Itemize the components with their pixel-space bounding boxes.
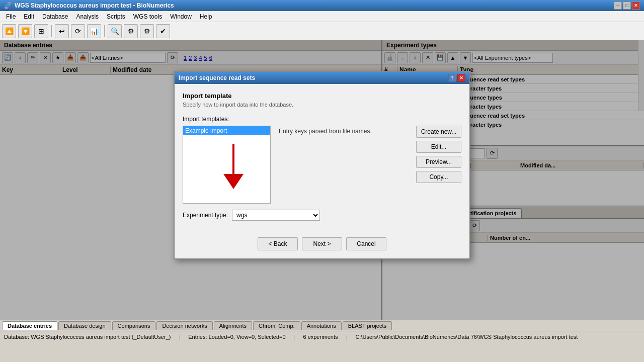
status-text-3: 6 experiments [303, 334, 338, 340]
next-button[interactable]: Next > [302, 237, 342, 250]
modal-section-desc: Specify how to import data into the data… [183, 102, 461, 108]
red-arrow-svg [213, 141, 254, 192]
app-icon: 🧬 [4, 2, 12, 9]
svg-marker-1 [223, 174, 244, 189]
modal-help-button[interactable]: ? [448, 74, 456, 82]
modal-footer: < Back Next > Cancel [175, 233, 469, 258]
toolbar-btn-7[interactable]: ⚙ [124, 24, 138, 38]
tab-chrom-comp[interactable]: Chrom. Comp. [253, 321, 300, 330]
template-action-buttons: Create new... Edit... Preview... Copy... [416, 116, 461, 204]
status-text-2: Entries: Loaded=0, View=0, Selected=0 [188, 334, 285, 340]
tab-annotations[interactable]: Annotations [301, 321, 342, 330]
modal-body: Import templates: Example import Entry k… [183, 116, 461, 204]
import-modal: Import sequence read sets ? ✕ Import tem… [174, 71, 470, 259]
minimize-button[interactable]: ─ [614, 2, 622, 10]
tab-database-design[interactable]: Database design [58, 321, 111, 330]
edit-button[interactable]: Edit... [416, 141, 461, 153]
menu-bar: File Edit Database Analysis Scripts WGS … [0, 11, 644, 22]
toolbar-btn-3[interactable]: ↩ [55, 24, 69, 38]
menu-window[interactable]: Window [166, 12, 196, 21]
tab-decision-networks[interactable]: Decision networks [156, 321, 212, 330]
modal-content: Import template Specify how to import da… [175, 84, 469, 233]
menu-edit[interactable]: Edit [20, 12, 38, 21]
status-sep-2: | [294, 334, 295, 340]
status-sep-1: | [179, 334, 180, 340]
create-new-button[interactable]: Create new... [416, 126, 461, 138]
title-bar: 🧬 WGS Staphylococcus aureus import test … [0, 0, 644, 11]
toolbar-btn-1[interactable]: 🔽 [18, 24, 32, 38]
menu-scripts[interactable]: Scripts [103, 12, 129, 21]
modal-close-button[interactable]: ✕ [457, 74, 465, 82]
exp-type-label: Experiment type: [183, 212, 228, 219]
menu-file[interactable]: File [2, 12, 20, 21]
modal-titlebar: Import sequence read sets ? ✕ [175, 72, 469, 84]
close-button[interactable]: ✕ [632, 2, 640, 10]
templates-section: Import templates: Example import [183, 116, 271, 204]
tab-blast-projects[interactable]: BLAST projects [343, 321, 392, 330]
toolbar-sep-1 [51, 25, 52, 37]
status-sep-3: | [346, 334, 348, 340]
main-layout: Database entries 🔄 + ✏ ✕ ★ 📥 📤 ⟳ 1 2 3 4… [0, 40, 644, 320]
modal-section-title: Import template [183, 92, 461, 100]
tab-alignments[interactable]: Alignments [214, 321, 252, 330]
toolbar-btn-0[interactable]: 🔼 [2, 24, 16, 38]
maximize-button[interactable]: □ [623, 2, 631, 10]
preview-button[interactable]: Preview... [416, 156, 461, 168]
status-text-1: Database: WGS Staphylococcus aureus impo… [4, 334, 171, 340]
toolbar-btn-6[interactable]: 🔍 [108, 24, 122, 38]
cancel-button[interactable]: Cancel [346, 237, 386, 250]
modal-titlebar-controls: ? ✕ [448, 74, 465, 82]
toolbar-btn-9[interactable]: ✔ [156, 24, 170, 38]
tab-comparisons[interactable]: Comparisons [112, 321, 156, 330]
title-bar-controls: ─ □ ✕ [614, 2, 640, 10]
exp-type-select[interactable]: wgs [232, 210, 320, 221]
modal-overlay: Import sequence read sets ? ✕ Import tem… [0, 40, 644, 320]
menu-database[interactable]: Database [38, 12, 72, 21]
template-description: Entry keys parsed from file names. [277, 116, 410, 204]
modal-title: Import sequence read sets [179, 74, 255, 81]
menu-analysis[interactable]: Analysis [72, 12, 103, 21]
toolbar-btn-5[interactable]: 📊 [87, 24, 101, 38]
menu-help[interactable]: Help [196, 12, 216, 21]
toolbar-btn-8[interactable]: ⚙ [140, 24, 154, 38]
tab-database-entries[interactable]: Database entries [2, 321, 57, 330]
toolbar-btn-4[interactable]: ⟳ [71, 24, 85, 38]
toolbar-sep-2 [104, 25, 105, 37]
menu-wgs-tools[interactable]: WGS tools [129, 12, 166, 21]
toolbar-btn-2[interactable]: ⊞ [34, 24, 48, 38]
window-title: WGS Staphylococcus aureus import test - … [15, 2, 174, 9]
bottom-tabs: Database entries Database design Compari… [0, 320, 644, 331]
templates-list: Example import [183, 126, 271, 204]
main-toolbar: 🔼 🔽 ⊞ ↩ ⟳ 📊 🔍 ⚙ ⚙ ✔ [0, 22, 644, 40]
back-button[interactable]: < Back [258, 237, 298, 250]
status-bar: Database: WGS Staphylococcus aureus impo… [0, 331, 644, 342]
copy-button[interactable]: Copy... [416, 171, 461, 183]
status-text-4: C:\Users\Public\Documents\BioNumerics\Da… [355, 334, 578, 340]
template-item-example[interactable]: Example import [183, 126, 270, 135]
templates-label: Import templates: [183, 116, 271, 123]
exp-type-row: Experiment type: wgs [183, 210, 461, 221]
